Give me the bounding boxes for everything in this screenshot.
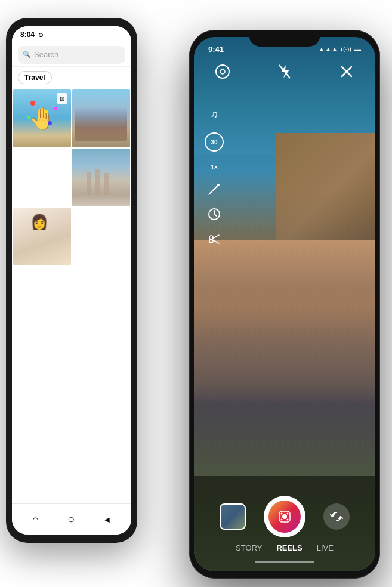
svg-point-7 (217, 184, 220, 186)
bookmark-icon: ⊡ (57, 93, 67, 104)
align-tool[interactable] (205, 208, 224, 221)
timer-circle: 30 (205, 132, 224, 152)
svg-line-15 (213, 240, 219, 244)
timer-tool[interactable]: 30 (205, 132, 224, 152)
battery-icon: ▬ (354, 45, 361, 52)
grid-cell-woman[interactable]: 👩 (13, 208, 71, 265)
travel-tag[interactable]: Travel (18, 71, 52, 84)
gallery-preview[interactable] (220, 503, 246, 530)
svg-point-19 (287, 513, 289, 515)
search-placeholder: Search (34, 50, 58, 59)
back-bottom-nav: ⌂ ○ ◄ (12, 503, 131, 535)
svg-point-20 (281, 519, 283, 521)
search-nav-icon[interactable]: ○ (67, 512, 75, 526)
speed-tool[interactable]: 1× (205, 163, 224, 171)
back-search-bar[interactable]: 🔍 Search (12, 43, 131, 67)
back-time: 8:04 (20, 30, 35, 39)
svg-point-1 (220, 69, 225, 74)
wifi-icon: ((·)) (341, 45, 351, 52)
grid-cell-people[interactable] (72, 89, 130, 147)
shutter-inner (268, 501, 301, 533)
svg-point-21 (287, 519, 289, 521)
flip-camera-btn[interactable] (323, 503, 350, 530)
svg-line-5 (210, 187, 216, 193)
svg-point-12 (209, 236, 213, 239)
flash-off-btn[interactable] (274, 61, 295, 82)
svg-line-11 (214, 214, 217, 216)
camera-circle-btn[interactable] (212, 61, 233, 82)
svg-point-18 (281, 513, 283, 515)
svg-point-13 (209, 239, 213, 243)
phone-front: 9:41 ▲▲▲ ((·)) ▬ (189, 30, 380, 579)
scissors-tool[interactable] (205, 233, 224, 246)
effects-tool[interactable] (205, 183, 224, 196)
grid-cell-hand[interactable]: 🤚 ⊡ (13, 89, 71, 147)
phone-front-screen: 9:41 ▲▲▲ ((·)) ▬ (194, 37, 375, 571)
grid-cell-monument[interactable] (72, 149, 130, 206)
svg-point-17 (282, 514, 287, 519)
front-time: 9:41 (208, 45, 224, 54)
camera-left-tools: ♫ 30 1× (205, 109, 224, 246)
signal-icon: ▲▲▲ (319, 45, 338, 52)
camera-top-controls (194, 61, 375, 82)
back-camera-icon: ⊙ (38, 32, 43, 38)
phone-back-screen: 8:04 ⊙ 🔍 Search Travel 🤚 (12, 26, 131, 535)
search-icon: 🔍 (23, 51, 31, 58)
phone-back: 8:04 ⊙ 🔍 Search Travel 🤚 (6, 18, 137, 543)
svg-line-14 (213, 235, 219, 239)
search-input[interactable]: 🔍 Search (18, 46, 125, 64)
home-nav-icon[interactable]: ⌂ (32, 512, 39, 526)
speed-label: 1× (211, 163, 218, 171)
people-decoration (75, 107, 127, 141)
camera-bottom: STORY REELS LIVE (194, 476, 375, 571)
home-indicator (255, 561, 314, 563)
back-button[interactable]: ◄ (103, 515, 111, 524)
tag-row: Travel (12, 67, 131, 88)
music-tool[interactable]: ♫ (205, 109, 224, 121)
close-btn[interactable] (336, 61, 357, 82)
mode-story[interactable]: STORY (236, 543, 262, 552)
svg-point-0 (216, 65, 229, 78)
back-status-bar: 8:04 ⊙ (12, 26, 131, 43)
svg-line-8 (209, 193, 210, 194)
front-status-icons: ▲▲▲ ((·)) ▬ (319, 45, 361, 52)
camera-controls-row (194, 496, 375, 537)
camera-mode-row: STORY REELS LIVE (194, 543, 375, 552)
photo-grid: 🤚 ⊡ 👩 (12, 88, 131, 267)
front-notch (249, 30, 320, 47)
mode-live[interactable]: LIVE (317, 543, 334, 552)
shutter-button[interactable] (264, 496, 305, 537)
mode-reels[interactable]: REELS (276, 543, 302, 552)
